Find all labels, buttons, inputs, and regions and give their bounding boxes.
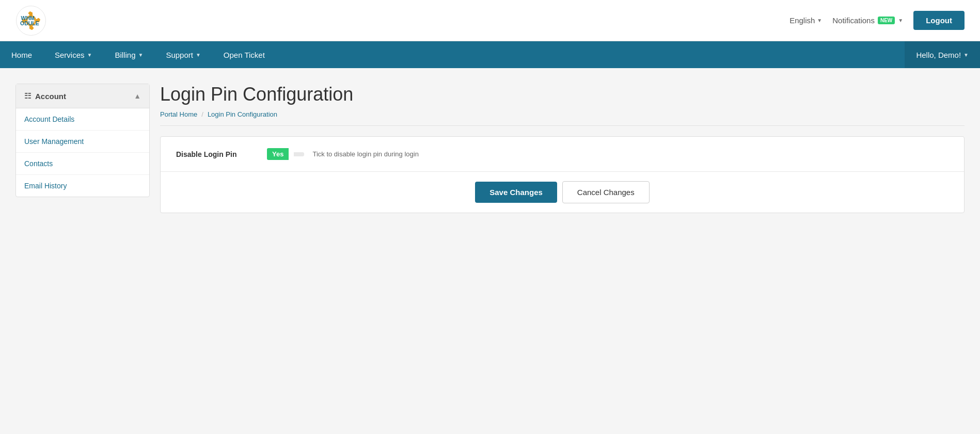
top-bar: WHM ODULE English ▼ Notifications NEW ▼ …	[0, 0, 980, 41]
sidebar-item-account-details[interactable]: Account Details	[16, 108, 149, 131]
notifications-new-badge: NEW	[878, 17, 895, 24]
config-card: Disable Login Pin Yes Tick to disable lo…	[160, 136, 965, 213]
sidebar-header: ☷ Account ▲	[16, 84, 149, 108]
config-actions: Save Changes Cancel Changes	[161, 172, 964, 213]
page-title: Login Pin Configuration	[160, 84, 965, 105]
breadcrumb-current: Login Pin Configuration	[208, 110, 277, 118]
cancel-changes-button[interactable]: Cancel Changes	[562, 181, 650, 203]
sidebar-title-area: ☷ Account	[24, 91, 66, 101]
breadcrumb-separator: /	[201, 110, 203, 118]
main-wrapper: ☷ Account ▲ Account Details User Managem…	[0, 68, 980, 229]
config-hint: Tick to disable login pin during login	[312, 150, 418, 158]
support-chevron-icon: ▼	[196, 52, 201, 58]
services-chevron-icon: ▼	[87, 52, 92, 58]
breadcrumb-home[interactable]: Portal Home	[160, 110, 197, 118]
sidebar-collapse-icon[interactable]: ▲	[134, 92, 141, 100]
logo-area: WHM ODULE	[15, 5, 46, 36]
svg-text:ODULE: ODULE	[20, 20, 39, 26]
user-menu-chevron-icon: ▼	[963, 52, 969, 58]
language-button[interactable]: English ▼	[789, 16, 822, 25]
sidebar: ☷ Account ▲ Account Details User Managem…	[15, 84, 150, 197]
toggle-yes[interactable]: Yes	[267, 148, 289, 160]
sidebar-title: Account	[35, 92, 66, 101]
nav-item-services[interactable]: Services ▼	[43, 41, 103, 68]
sidebar-item-email-history[interactable]: Email History	[16, 175, 149, 197]
sidebar-item-contacts[interactable]: Contacts	[16, 153, 149, 175]
language-chevron-icon: ▼	[817, 18, 822, 23]
nav-item-home[interactable]: Home	[0, 41, 43, 68]
notifications-button[interactable]: Notifications NEW ▼	[832, 16, 903, 25]
nav-item-support[interactable]: Support ▼	[154, 41, 212, 68]
user-menu-button[interactable]: Hello, Demo! ▼	[905, 41, 980, 68]
main-content: Login Pin Configuration Portal Home / Lo…	[160, 84, 965, 213]
language-label: English	[789, 16, 815, 25]
toggle-area[interactable]: Yes	[267, 148, 304, 160]
nav-item-open-ticket[interactable]: Open Ticket	[212, 41, 276, 68]
sidebar-item-user-management[interactable]: User Management	[16, 131, 149, 153]
nav-left: Home Services ▼ Billing ▼ Support ▼ Open…	[0, 41, 276, 68]
top-right-controls: English ▼ Notifications NEW ▼ Logout	[789, 11, 965, 30]
logout-button[interactable]: Logout	[913, 11, 965, 30]
nav-item-billing[interactable]: Billing ▼	[103, 41, 154, 68]
notifications-chevron-icon: ▼	[898, 18, 903, 23]
save-changes-button[interactable]: Save Changes	[475, 182, 557, 203]
account-icon: ☷	[24, 91, 31, 101]
logo-icon: WHM ODULE	[15, 5, 46, 36]
billing-chevron-icon: ▼	[138, 52, 143, 58]
disable-login-pin-row: Disable Login Pin Yes Tick to disable lo…	[161, 137, 964, 172]
nav-right: Hello, Demo! ▼	[905, 41, 980, 68]
disable-pin-label: Disable Login Pin	[176, 150, 259, 158]
toggle-no[interactable]	[294, 152, 304, 156]
user-greeting: Hello, Demo!	[916, 51, 961, 59]
notifications-label: Notifications	[832, 16, 875, 25]
breadcrumb: Portal Home / Login Pin Configuration	[160, 110, 965, 126]
nav-bar: Home Services ▼ Billing ▼ Support ▼ Open…	[0, 41, 980, 68]
